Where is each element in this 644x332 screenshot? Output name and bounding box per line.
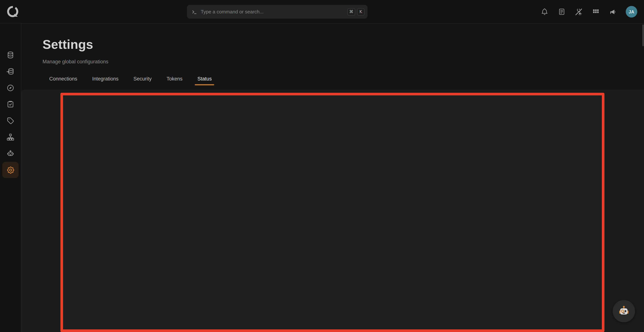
app-root: ⌘ K [0, 0, 644, 332]
sidebar-nav [0, 23, 21, 332]
database-import-icon [6, 67, 14, 76]
sidebar-item-explore[interactable] [2, 80, 19, 96]
robot-icon [6, 150, 14, 158]
settings-gear-icon [6, 166, 15, 174]
scrollbar-thumb[interactable] [642, 25, 644, 46]
app-logo-q-icon[interactable] [4, 3, 21, 20]
terminal-prompt-icon [192, 9, 198, 15]
sidebar-item-database[interactable] [2, 47, 19, 63]
sidebar-item-tags[interactable] [2, 113, 19, 129]
apps-grid-icon[interactable] [592, 7, 600, 16]
assistant-chat-button[interactable] [613, 300, 635, 322]
topbar-actions: JA [540, 0, 637, 23]
theme-toggle-icon[interactable] [574, 7, 583, 16]
sidebar-item-data-import[interactable] [2, 63, 19, 80]
release-notes-icon[interactable] [557, 7, 566, 16]
sidebar-item-hierarchy[interactable] [2, 129, 19, 145]
k-key-badge: K [357, 8, 364, 15]
tag-icon [6, 117, 14, 125]
search-input[interactable] [201, 9, 346, 14]
clipboard-check-icon [6, 100, 14, 108]
tab-security[interactable]: Security [134, 76, 152, 88]
tab-tokens[interactable]: Tokens [166, 76, 183, 88]
platform-status-card [63, 95, 602, 332]
topbar: ⌘ K [0, 0, 644, 23]
active-tab-underline [195, 84, 214, 85]
cmd-key-badge: ⌘ [347, 8, 355, 15]
hierarchy-icon [6, 133, 14, 141]
sidebar-item-assistant[interactable] [2, 145, 19, 162]
command-search: ⌘ K [187, 5, 368, 19]
page-title: Settings [42, 37, 93, 52]
notifications-bell-icon[interactable] [540, 7, 549, 16]
tab-integrations[interactable]: Integrations [92, 76, 118, 88]
tab-status[interactable]: Status [198, 76, 212, 88]
sidebar-item-settings[interactable] [2, 162, 19, 178]
robot-face-icon [617, 305, 630, 318]
compass-icon [6, 84, 14, 92]
sidebar-item-tasks[interactable] [2, 96, 19, 113]
page-subtitle: Manage global configurations [42, 59, 108, 64]
settings-tabs: Connections Integrations Security Tokens… [49, 76, 212, 88]
announcements-megaphone-icon[interactable] [608, 7, 618, 16]
user-avatar[interactable]: JA [626, 6, 637, 17]
tab-connections[interactable]: Connections [49, 76, 77, 88]
database-icon [6, 51, 14, 59]
